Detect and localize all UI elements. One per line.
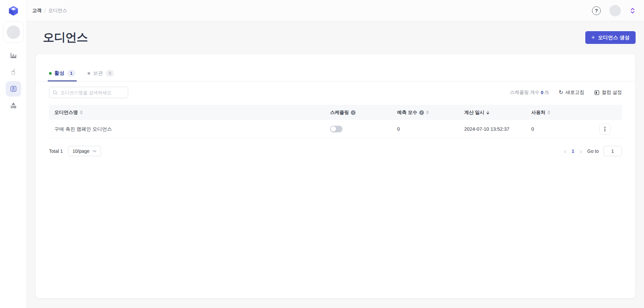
scheduling-info-icon[interactable]: i [351,110,356,115]
goto-page-input[interactable] [603,146,622,156]
help-icon[interactable]: ? [592,6,601,15]
total-count-label: Total 1 [49,148,63,154]
kebab-icon [604,127,605,128]
archived-status-dot-icon [88,72,90,75]
prev-page-button[interactable]: ‹ [564,148,567,155]
column-header-scheduling-label: 스케줄링 [330,110,349,116]
page-size-value: 10/page [72,148,90,154]
pagination: Total 1 10/page ‹ 1 › Go to [49,146,622,156]
refresh-button[interactable]: ↻ 새로고침 [559,89,584,96]
breadcrumb: 고객 / 오디언스 [32,8,67,14]
sidebar-item-actions[interactable]: ☝ [6,64,21,80]
tab-active[interactable]: 활성 1 [49,70,75,81]
sort-icon-name[interactable] [80,110,83,115]
table-header-row: 오디언스명 스케줄링 i 예측 모수 i [49,105,622,120]
scheduling-used-value: 0 [541,90,543,95]
column-header-calculated-label: 계산 일시 [464,110,484,116]
page-title: 오디언스 [43,30,88,45]
column-header-usage-label: 사용처 [531,110,545,116]
breadcrumb-audience[interactable]: 오디언스 [48,8,67,14]
cell-predicted: 0 [397,126,464,132]
current-page-button[interactable]: 1 [572,148,574,154]
audience-table: 오디언스명 스케줄링 i 예측 모수 i [49,105,622,138]
scheduling-toggle-off[interactable] [330,126,342,132]
tab-active-label: 활성 [54,70,64,76]
toolbar-right: 스케줄링 개수 0/5 ↻ 새로고침 컬럼 설정 [510,89,622,96]
brand-logo[interactable] [6,3,21,18]
workspace-card[interactable] [3,21,24,43]
list-toolbar: 스케줄링 개수 0/5 ↻ 새로고침 컬럼 설정 [49,87,622,98]
active-status-dot-icon [49,72,52,75]
sidebar: ☝ [0,0,27,308]
tab-archived[interactable]: 보관 0 [88,70,114,81]
column-settings-icon [594,90,599,95]
column-header-usage[interactable]: 사용처 [531,110,582,116]
shapes-icon [10,102,17,109]
unfold-chevrons-icon [630,7,636,14]
sort-icon-calculated-desc-active[interactable] [486,110,489,115]
main-area: 고객 / 오디언스 ? 오디언스 + [27,0,644,308]
breadcrumb-separator: / [44,8,46,13]
refresh-label: 새로고침 [566,89,584,96]
page-header: 오디언스 + 오디언스 생성 [35,21,636,54]
cell-calculated: 2024-07-10 13:52:37 [464,126,531,132]
search-box[interactable] [49,87,128,98]
predicted-value: 0 [397,126,400,132]
create-audience-button[interactable]: + 오디언스 생성 [585,31,636,44]
calculated-datetime: 2024-07-10 13:52:37 [464,126,509,132]
create-audience-label: 오디언스 생성 [598,35,630,41]
scheduling-count-label: 스케줄링 개수 [510,89,539,96]
topbar: 고객 / 오디언스 ? [27,0,644,21]
cell-scheduling [330,126,397,132]
table-row[interactable]: 구매 촉진 캠페인 오디언스 0 2024-07-10 13:52:37 [49,120,622,138]
app-root: ☝ 고객 / [0,0,644,308]
predicted-info-icon[interactable]: i [419,110,424,115]
breadcrumb-customer[interactable]: 고객 [32,8,42,14]
search-input[interactable] [60,90,124,95]
sidebar-item-audience[interactable] [6,81,21,97]
cell-usage: 0 [531,126,582,132]
column-header-name[interactable]: 오디언스명 [49,110,330,116]
tab-active-count-badge: 1 [67,70,75,77]
tab-archived-label: 보관 [93,70,103,76]
workspace-avatar [7,25,20,39]
goto-label: Go to [587,148,599,154]
hand-pointer-icon: ☝ [11,68,15,76]
audience-card-icon [10,85,17,93]
search-icon [53,90,58,95]
column-header-predicted-label: 예측 모수 [397,110,417,116]
row-menu-button[interactable] [599,124,610,135]
cell-audience-name[interactable]: 구매 촉진 캠페인 오디언스 [49,126,330,132]
page-size-select[interactable]: 10/page [68,146,101,156]
scheduling-total-value: /5 [545,90,549,95]
column-settings-button[interactable]: 컬럼 설정 [594,89,622,96]
column-header-name-label: 오디언스명 [54,110,78,116]
workspace-switcher-button[interactable] [630,7,636,14]
audience-name-text: 구매 촉진 캠페인 오디언스 [54,126,112,132]
pagination-left: Total 1 10/page [49,146,101,156]
audience-list-card: 활성 1 보관 0 [35,54,636,299]
usage-value: 0 [531,126,534,132]
next-page-button[interactable]: › [579,148,583,155]
toggle-knob [331,126,336,132]
user-avatar[interactable] [609,5,621,16]
pagination-right: ‹ 1 › Go to [564,146,622,156]
sort-icon-usage[interactable] [547,110,550,115]
chevron-down-icon [93,150,97,152]
sidebar-nav: ☝ [6,48,21,113]
sidebar-item-journey[interactable] [6,98,21,113]
column-settings-label: 컬럼 설정 [602,89,622,96]
column-header-calculated[interactable]: 계산 일시 [464,110,531,116]
bar-chart-icon [10,52,17,59]
column-header-predicted[interactable]: 예측 모수 i [397,110,464,116]
refresh-icon: ↻ [559,90,563,95]
plus-icon: + [591,34,595,41]
cell-actions [582,124,622,135]
sidebar-item-analytics[interactable] [6,48,21,63]
tab-bar: 활성 1 보관 0 [36,54,635,81]
scheduling-count: 스케줄링 개수 0/5 [510,89,548,96]
column-header-scheduling: 스케줄링 i [330,110,397,116]
page-content: 오디언스 + 오디언스 생성 활성 1 보관 [27,21,644,308]
sort-icon-predicted[interactable] [426,110,429,115]
topbar-right: ? [592,5,636,16]
